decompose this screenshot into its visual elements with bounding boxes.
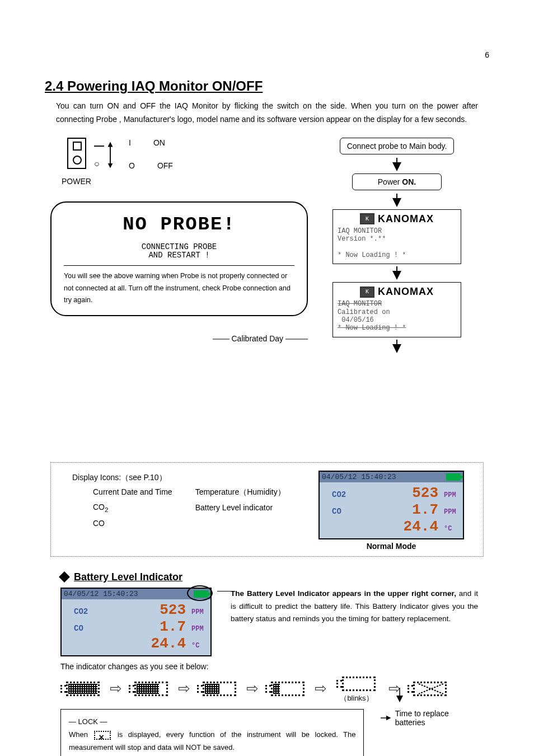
- lock-body-pre: When: [69, 730, 93, 739]
- ns-co-label: CO: [324, 507, 341, 516]
- ns-co2-val: 523: [412, 485, 438, 501]
- kanomax-logo-icon: K: [360, 287, 374, 298]
- indicator-changes-line: The indicator changes as you see it belo…: [60, 662, 500, 671]
- intro-paragraph: You can turn ON and OFF the IAQ Monitor …: [56, 100, 478, 126]
- switch-bar-mark: —: [94, 140, 104, 152]
- bs-datetime: 04/05/12 15:40:23: [64, 590, 138, 598]
- battery-screen-example: 04/05/12 15:40:23 CO2523PPM CO1.7PPM 24.…: [60, 588, 217, 656]
- battery-icon: [446, 473, 461, 481]
- battery-dead-x-icon: [407, 679, 450, 698]
- ns-co2-unit: PPM: [444, 491, 458, 499]
- switch-off-label: OFF: [157, 161, 173, 172]
- legend-l3: CO: [93, 519, 105, 528]
- flow-box-connect: Connect probe to Main body.: [340, 138, 455, 154]
- display-icons-box: Display Icons:（see P.10） Current Date an…: [50, 462, 484, 557]
- upper-diagram-area: — ○ ION OOFF POWER NO PROBE! CONNECTING …: [50, 138, 484, 462]
- flow-box-poweron: Power ON.: [352, 173, 442, 190]
- boot-screen-1: KKANOMAX IAQ MONITOR Version *.** * Now …: [332, 209, 461, 265]
- legend-l1: Current Date and Time: [93, 487, 172, 496]
- battery-full-icon: [60, 679, 103, 698]
- legend-r2: Battery Level indicator: [195, 503, 273, 512]
- lock-title: ― LOCK ―: [69, 715, 355, 728]
- s2-l3: 04/05/16: [338, 316, 374, 324]
- s2-l4: * Now Loading ! *: [338, 324, 406, 332]
- legend-l2: CO: [93, 503, 105, 511]
- kanomax-brand: KANOMAX: [378, 213, 434, 225]
- boot-screen-2: KKANOMAX IAQ MONITOR Calibrated on 04/05…: [332, 282, 461, 337]
- ns-datetime: 04/05/12 15:40:23: [322, 473, 396, 481]
- ns-co-unit: PPM: [444, 508, 458, 516]
- down-arrow-icon: [394, 687, 405, 703]
- switch-i-label: I: [129, 138, 131, 149]
- battery-callout-line: [217, 591, 231, 591]
- battery-75-icon: [129, 679, 171, 698]
- no-probe-small2: AND RESTART !: [64, 251, 294, 260]
- lock-warning-box: ― LOCK ― When is displayed, every functi…: [60, 709, 364, 756]
- kanomax-brand: KANOMAX: [378, 286, 434, 298]
- switch-updown-arrow: [104, 141, 116, 171]
- normal-mode-caption: Normal Mode: [307, 542, 475, 551]
- arrow-right-icon: ⇨: [178, 680, 190, 697]
- battery-25-icon: [265, 679, 308, 698]
- switch-o-label: O: [129, 161, 135, 172]
- arrow-right-icon: ⇨: [246, 680, 259, 697]
- ns-temp-val: 24.4: [404, 518, 438, 535]
- switch-pos-off: [73, 156, 82, 165]
- time-to-replace: Time to replace batteries: [381, 709, 478, 727]
- flow-arrow-4: [310, 339, 484, 353]
- battery-50-icon: [197, 679, 240, 698]
- flow-arrow-3: [310, 265, 484, 280]
- no-probe-small1: CONNECTING PROBE: [64, 243, 294, 251]
- battery-empty-blink-icon: [336, 674, 379, 693]
- switch-labels: ION OOFF: [129, 138, 173, 184]
- no-probe-warning-box: NO PROBE! CONNECTING PROBE AND RESTART !…: [50, 201, 308, 317]
- legend-r1: Temperature（Humidity）: [195, 487, 285, 496]
- legend-l2-sub: 2: [105, 506, 108, 513]
- diamond-icon: [59, 571, 70, 583]
- ns-co-val: 1.7: [412, 501, 438, 518]
- switch-o-mark: ○: [94, 159, 100, 169]
- blinks-label: （blinks）: [331, 693, 382, 703]
- calibrated-day-label: Calibrated Day: [50, 334, 308, 343]
- display-icons-title: Display Icons:（see P.10）: [72, 471, 299, 485]
- no-probe-note: You will see the above warning when Prob…: [64, 270, 294, 306]
- page-number: 6: [485, 50, 489, 59]
- battery-section-header: Battery Level Indicator: [60, 571, 500, 583]
- ns-co2-label: CO2: [324, 490, 346, 499]
- kanomax-logo-icon: K: [360, 213, 374, 224]
- arrow-right-icon: ⇨: [315, 680, 327, 697]
- s2-l2: Calibrated on: [338, 308, 390, 316]
- s1-l1: IAQ MONITOR: [338, 227, 382, 235]
- battery-callout-circle: [187, 585, 213, 601]
- switch-pos-on: [73, 142, 82, 151]
- switch-on-label: ON: [153, 138, 165, 149]
- flow-arrow-2: [310, 192, 484, 207]
- arrow-right-icon: ⇨: [110, 680, 122, 697]
- s1-l3: * Now Loading ! *: [338, 251, 406, 259]
- ns-temp-unit: °C: [444, 525, 458, 533]
- no-probe-big: NO PROBE!: [64, 214, 294, 235]
- battery-description: The Battery Level Indicator appears in t…: [231, 588, 478, 626]
- normal-mode-screen: 04/05/12 15:40:23 CO2523PPM CO1.7PPM 24.…: [318, 471, 464, 539]
- s2-l1: IAQ MONITOR: [338, 300, 382, 308]
- flow-arrow-1: [310, 157, 484, 171]
- battery-dead-x-icon-inline: [94, 731, 111, 740]
- switch-body: [67, 138, 86, 169]
- lock-body-post: is displayed, every function of the inst…: [69, 730, 355, 752]
- section-title: 2.4 Powering IAQ Monitor ON/OFF: [45, 78, 500, 94]
- s1-l2: Version *.**: [338, 235, 386, 243]
- power-caption: POWER: [62, 177, 91, 186]
- power-switch-diagram: — ○ ION OOFF POWER: [67, 138, 319, 199]
